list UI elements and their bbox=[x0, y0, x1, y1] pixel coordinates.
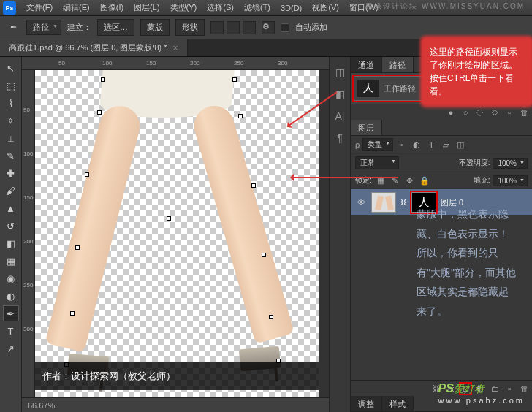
dodge-tool[interactable]: ◐ bbox=[3, 288, 19, 304]
watermark-top: 思缘设计论坛 WWW.MISSYUAN.COM bbox=[365, 1, 525, 12]
menu-3d[interactable]: 3D(D) bbox=[276, 2, 306, 14]
layer-filter-dropdown[interactable]: 类型 bbox=[362, 138, 393, 151]
watermark-bottom: PS爱好者 www.psahz.com bbox=[438, 382, 525, 405]
opacity-input[interactable]: 100% bbox=[493, 158, 528, 169]
paths-tab[interactable]: 路径 bbox=[382, 57, 414, 72]
path-anchor[interactable] bbox=[85, 172, 89, 177]
make-path-icon[interactable]: ◇ bbox=[490, 107, 500, 118]
canvas-area: 50100150200250300 50100150200250300 bbox=[22, 57, 329, 412]
menu-file[interactable]: 文件(F) bbox=[22, 1, 57, 15]
path-name: 工作路径 bbox=[384, 83, 416, 94]
mask-link-icon[interactable]: ⛓ bbox=[400, 199, 407, 206]
scrollbar-vertical[interactable] bbox=[319, 70, 329, 397]
collapsed-panels: ◫ ◧ A| ¶ bbox=[329, 57, 351, 412]
blur-tool[interactable]: ◉ bbox=[3, 270, 19, 286]
path-thumbnail: 人 bbox=[357, 80, 379, 97]
ruler-vertical: 50100150200250300 bbox=[22, 70, 35, 397]
fill-input[interactable]: 100% bbox=[493, 175, 528, 186]
menu-filter[interactable]: 滤镜(T) bbox=[240, 1, 275, 15]
new-path-icon[interactable]: ▫ bbox=[504, 107, 514, 118]
magic-wand-tool[interactable]: ✧ bbox=[3, 112, 19, 129]
menu-select[interactable]: 选择(S) bbox=[202, 1, 238, 15]
path-anchor[interactable] bbox=[101, 77, 105, 82]
blend-mode-dropdown[interactable]: 正常 bbox=[355, 156, 399, 169]
healing-tool[interactable]: ✚ bbox=[3, 165, 19, 181]
path-anchor[interactable] bbox=[269, 315, 273, 319]
build-shape-button[interactable]: 形状 bbox=[175, 19, 205, 36]
annotation-mask-explain: 蒙版中，黑色表示隐藏、白色表示显示！所以，你看到的只有"大腿"部分，而其他区域其… bbox=[417, 205, 517, 321]
fill-label: 填充: bbox=[474, 175, 490, 186]
layer-thumbnail[interactable] bbox=[371, 192, 396, 213]
auto-add-checkbox[interactable] bbox=[281, 23, 289, 32]
gradient-tool[interactable]: ▦ bbox=[3, 253, 19, 269]
filter-pixel-icon[interactable]: ▫ bbox=[396, 139, 408, 150]
document-tab[interactable]: 高跟鞋1.psd @ 66.7% (图层 0, 图层蒙版/8) * × bbox=[0, 39, 188, 56]
menu-layer[interactable]: 图层(L) bbox=[129, 1, 164, 15]
gear-icon[interactable]: ⚙ bbox=[262, 21, 275, 34]
move-tool[interactable]: ↖ bbox=[3, 60, 19, 76]
annotation-arrow-2 bbox=[292, 177, 398, 178]
image-caption: 作者：设计探索网（教父老师） bbox=[35, 362, 319, 390]
path-op-icon-2[interactable] bbox=[227, 21, 240, 34]
visibility-toggle-icon[interactable]: 👁 bbox=[355, 198, 367, 207]
history-panel-icon[interactable]: ◫ bbox=[332, 64, 348, 80]
menu-type[interactable]: 类型(Y) bbox=[166, 1, 202, 15]
filter-type-icon[interactable]: T bbox=[425, 139, 437, 150]
menu-view[interactable]: 视图(V) bbox=[308, 1, 343, 15]
filter-smart-icon[interactable]: ◫ bbox=[455, 139, 466, 150]
stroke-path-icon[interactable]: ○ bbox=[460, 107, 471, 118]
load-selection-icon[interactable]: ◌ bbox=[475, 107, 485, 118]
delete-path-icon[interactable]: 🗑 bbox=[519, 107, 529, 118]
path-anchor[interactable] bbox=[75, 245, 80, 250]
path-op-icon-3[interactable] bbox=[243, 21, 256, 34]
adjustments-tab[interactable]: 调整 bbox=[351, 396, 382, 411]
build-selection-button[interactable]: 选区… bbox=[97, 19, 134, 36]
build-label: 建立： bbox=[67, 22, 91, 33]
status-bar: 66.67% bbox=[22, 397, 329, 412]
lock-position-icon[interactable]: ✥ bbox=[404, 175, 416, 186]
lock-all-icon[interactable]: 🔒 bbox=[419, 175, 430, 186]
marquee-tool[interactable]: ⬚ bbox=[3, 77, 19, 94]
filter-shape-icon[interactable]: ▱ bbox=[440, 139, 452, 150]
paragraph-panel-icon[interactable]: ¶ bbox=[332, 130, 348, 146]
menu-image[interactable]: 图像(I) bbox=[96, 1, 128, 15]
styles-tab[interactable]: 样式 bbox=[382, 396, 414, 411]
path-mode-dropdown[interactable]: 路径 bbox=[26, 20, 61, 35]
opacity-label: 不透明度: bbox=[459, 158, 490, 168]
filter-adjust-icon[interactable]: ◐ bbox=[411, 139, 422, 150]
path-anchor[interactable] bbox=[262, 253, 266, 257]
canvas[interactable]: 作者：设计探索网（教父老师） bbox=[35, 70, 319, 397]
path-anchor[interactable] bbox=[97, 110, 102, 115]
crop-tool[interactable]: ⟂ bbox=[3, 130, 19, 146]
auto-add-label: 自动添加 bbox=[295, 22, 327, 33]
path-anchor[interactable] bbox=[238, 114, 243, 118]
path-anchor[interactable] bbox=[232, 77, 237, 82]
fill-path-icon[interactable]: ● bbox=[446, 107, 456, 118]
brush-tool[interactable]: 🖌 bbox=[3, 183, 19, 199]
path-anchor[interactable] bbox=[251, 183, 256, 188]
path-anchor[interactable] bbox=[70, 311, 75, 316]
lasso-tool[interactable]: ⌇ bbox=[3, 95, 19, 111]
app-logo: Ps bbox=[3, 1, 16, 15]
path-select-tool[interactable]: ↗ bbox=[3, 340, 19, 356]
build-mask-button[interactable]: 蒙版 bbox=[140, 19, 170, 36]
stamp-tool[interactable]: ▲ bbox=[3, 200, 19, 216]
zoom-value[interactable]: 66.67% bbox=[28, 401, 55, 410]
path-op-icon-1[interactable] bbox=[210, 21, 224, 34]
pen-tool-icon[interactable]: ✒ bbox=[6, 20, 20, 35]
close-tab-icon[interactable]: × bbox=[173, 43, 178, 53]
pen-tool[interactable]: ✒ bbox=[3, 305, 19, 321]
eyedropper-tool[interactable]: ✎ bbox=[3, 148, 19, 164]
tools-panel: ↖ ⬚ ⌇ ✧ ⟂ ✎ ✚ 🖌 ▲ ↺ ◧ ▦ ◉ ◐ ✒ T ↗ bbox=[0, 57, 22, 412]
menu-edit[interactable]: 编辑(E) bbox=[58, 1, 94, 15]
path-anchor[interactable] bbox=[167, 216, 171, 221]
document-tab-title: 高跟鞋1.psd @ 66.7% (图层 0, 图层蒙版/8) * bbox=[9, 42, 167, 53]
layers-tab[interactable]: 图层 bbox=[351, 120, 382, 135]
type-tool[interactable]: T bbox=[3, 323, 19, 339]
ruler-horizontal: 50100150200250300 bbox=[22, 57, 329, 70]
character-panel-icon[interactable]: A| bbox=[332, 108, 348, 124]
history-brush-tool[interactable]: ↺ bbox=[3, 218, 19, 234]
channels-tab[interactable]: 通道 bbox=[351, 57, 382, 72]
annotation-red-callout: 这里的路径面板则显示了你刚才绘制的区域。按住CTRL单击一下看看。 bbox=[424, 39, 531, 104]
eraser-tool[interactable]: ◧ bbox=[3, 235, 19, 251]
